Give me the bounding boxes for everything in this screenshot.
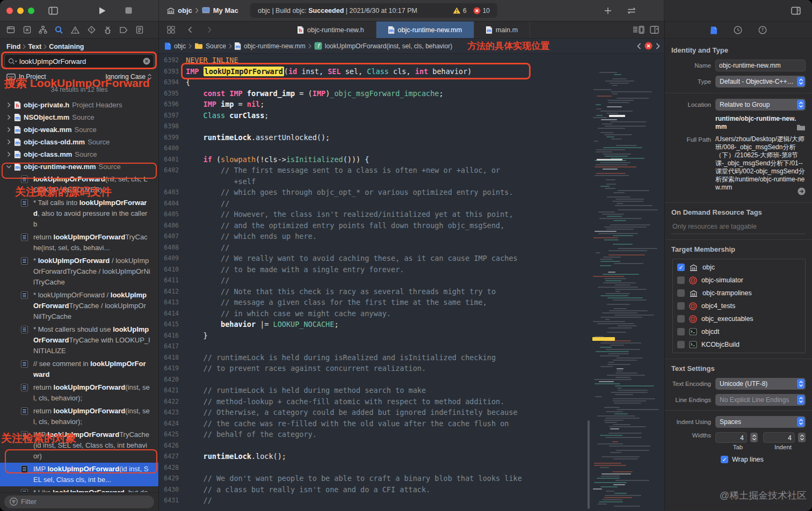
type-dropdown[interactable]: Default - Objective-C++ S... (715, 76, 806, 87)
toggle-navigator-icon[interactable] (46, 5, 60, 17)
line-number[interactable]: 6394 (159, 78, 186, 86)
folder-icon[interactable] (796, 124, 806, 131)
encoding-dropdown[interactable]: Unicode (UTF-8) (715, 378, 806, 390)
file-result-objc-runtime-new.mm[interactable]: mobjc-runtime-new.mmSource (0, 160, 158, 173)
line-number[interactable]: 6411 (159, 276, 186, 284)
line-number[interactable]: 6401 (159, 156, 186, 163)
line-endings-dropdown[interactable]: No Explicit Line Endings (715, 394, 806, 406)
warning-count[interactable]: 6 (463, 7, 467, 14)
scope-label[interactable]: In Project (19, 73, 46, 81)
adjust-editor-icon[interactable] (633, 26, 644, 34)
line-number[interactable]: 6426 (159, 442, 186, 449)
scheme-selector[interactable]: objc My Mac (166, 6, 238, 14)
prev-issue-icon[interactable] (637, 43, 641, 49)
code-line[interactable]: 6420 (159, 374, 589, 385)
error-icon[interactable] (473, 7, 481, 14)
line-number[interactable]: 6429 (159, 474, 186, 482)
chevron-down-icon[interactable] (5, 165, 12, 169)
target-checkbox[interactable] (677, 302, 685, 310)
line-number[interactable]: 6402 (159, 166, 186, 174)
search-icon[interactable] (52, 24, 67, 36)
line-number[interactable]: 6400 (159, 144, 186, 152)
file-inspector-icon[interactable] (711, 26, 717, 34)
code-line[interactable]: 6400 (159, 143, 589, 154)
jumpbar-item[interactable]: flookUpImpOrForward(inst, sel, cls, beha… (314, 42, 452, 50)
code-line[interactable]: 6419 // to prevent races against concurr… (159, 363, 589, 374)
file-result-objc-class.mm[interactable]: mobjc-class.mmSource (0, 148, 158, 160)
tab-width-stepper[interactable] (750, 433, 758, 442)
reports-icon[interactable] (132, 24, 147, 36)
issues-icon[interactable] (68, 24, 83, 36)
chevron-right-icon[interactable] (5, 102, 12, 108)
go-forward-icon[interactable] (202, 24, 216, 36)
search-result-row[interactable]: * Most callers should use lookUpImpOrFor… (0, 323, 158, 357)
target-checkbox[interactable] (677, 341, 685, 348)
code-line[interactable]: 6415 behavior |= LOOKUP_NOCACHE; (159, 319, 589, 330)
line-number[interactable]: 6403 (159, 188, 186, 196)
code-line[interactable]: 6404 // (159, 198, 589, 209)
code-line[interactable]: 6409 // We really want to avoid caching … (159, 253, 589, 264)
code-line[interactable]: 6426 (159, 440, 589, 451)
search-result-row[interactable]: * Like lookUpImpOrForward, but does not … (0, 486, 158, 492)
case-mode-selector[interactable]: Ignoring Case (105, 73, 152, 81)
file-result-NSObject.mm[interactable]: mNSObject.mmSource (0, 111, 158, 123)
search-result-row[interactable]: return lookUpImpOrForwardTryCache(inst, … (0, 231, 158, 254)
minimap[interactable] (589, 54, 664, 510)
go-back-icon[interactable] (183, 24, 197, 36)
toggle-inspector-icon[interactable] (789, 5, 803, 17)
file-result-objc-class-old.mm[interactable]: mobjc-class-old.mmSource (0, 136, 158, 148)
line-number[interactable]: 6398 (159, 122, 186, 130)
line-number[interactable]: 6420 (159, 376, 186, 383)
minimap-scrollbar[interactable] (588, 420, 590, 509)
code-line[interactable]: 6392NEVER INLINE (159, 55, 589, 66)
line-number[interactable]: 6416 (159, 332, 186, 339)
code-line[interactable]: 6401 if (slowpath(!cls->isInitialized())… (159, 154, 589, 165)
code-line[interactable]: 6412 // Note that this check is racy as … (159, 286, 589, 297)
code-line[interactable]: 6394{ (159, 77, 589, 88)
tab-objc-runtime-new.mm[interactable]: mobjc-runtime-new.mm (376, 21, 474, 38)
code-line[interactable]: 6414 // in which case we might cache any… (159, 308, 589, 319)
code-line[interactable]: 6424 // the cache was re-filled with the… (159, 418, 589, 429)
line-number[interactable]: 6392 (159, 56, 186, 64)
help-inspector-icon[interactable]: ? (758, 26, 767, 34)
line-number[interactable]: 6424 (159, 420, 186, 427)
search-result-row[interactable]: IMP lookUpImpOrForwardTryCache(id inst, … (0, 428, 158, 463)
search-input[interactable] (17, 57, 143, 65)
line-number[interactable]: 6430 (159, 486, 186, 493)
symbols-icon[interactable] (19, 24, 34, 36)
code-line[interactable]: 6396 IMP imp = nil; (159, 99, 589, 110)
find-crumb[interactable]: Containing (49, 43, 84, 50)
odrt-input[interactable] (671, 222, 806, 234)
line-number[interactable]: 6393 (159, 68, 186, 75)
search-result-row[interactable]: return lookUpImpOrForward(inst, sel, cls… (0, 381, 158, 405)
code-line[interactable]: 6421 // runtimeLock is held during metho… (159, 385, 589, 396)
line-number[interactable]: 6422 (159, 398, 186, 405)
history-inspector-icon[interactable] (734, 26, 742, 34)
code-line[interactable]: 6393IMP lookUpImpOrForward(id inst, SEL … (159, 66, 589, 77)
indent-using-dropdown[interactable]: Spaces (715, 416, 806, 428)
location-dropdown[interactable]: Relative to Group (715, 99, 806, 111)
code-line[interactable]: 6410 // to be made with a single entry f… (159, 264, 589, 275)
line-number[interactable]: 6427 (159, 452, 186, 460)
line-number[interactable]: 6419 (159, 364, 186, 372)
line-number[interactable]: 6428 (159, 464, 186, 471)
chevron-right-icon[interactable] (5, 114, 12, 120)
code-line[interactable]: 6427 runtimeLock.lock(); (159, 451, 589, 462)
code-line[interactable]: 6430 // a class but really isn't one and… (159, 484, 589, 495)
search-result-row[interactable]: return lookUpImpOrForward(inst, sel, cls… (0, 405, 158, 428)
line-number[interactable]: 6399 (159, 134, 186, 141)
search-result-row[interactable]: * lookUpImpOrForward / lookUpImpOrForwar… (0, 289, 158, 323)
chevron-right-icon[interactable] (5, 151, 12, 157)
line-number[interactable]: 6417 (159, 342, 186, 350)
line-number[interactable]: 6415 (159, 320, 186, 328)
code-line[interactable]: 6418 // runtimeLock is held during isRea… (159, 352, 589, 363)
code-line[interactable]: 6411 // (159, 275, 589, 286)
code-line[interactable]: 6425 // behalf of the category. (159, 429, 589, 440)
indent-width-field[interactable]: 4 (763, 432, 795, 443)
line-number[interactable]: 6404 (159, 200, 186, 207)
clear-search-icon[interactable] (143, 57, 150, 65)
code-line[interactable]: 6413 // message a given class for the fi… (159, 297, 589, 308)
code-line[interactable]: 6417 (159, 341, 589, 352)
line-number[interactable]: 6409 (159, 254, 186, 262)
tests-icon[interactable] (84, 24, 99, 36)
